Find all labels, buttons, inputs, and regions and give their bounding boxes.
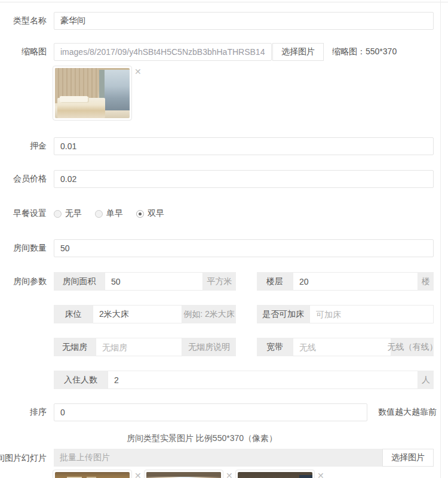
area-input[interactable] [105, 272, 203, 291]
radio-icon[interactable] [54, 210, 62, 218]
thumbnail-image [55, 68, 130, 118]
slideshow-remove-icon-1[interactable]: ✕ [132, 470, 142, 478]
broadband-input[interactable] [293, 338, 391, 356]
extra-bed-label: 是否可加床 [257, 305, 309, 323]
thumbnail-preview [53, 66, 132, 121]
sort-label: 排序 [0, 407, 47, 418]
slideshow-thumbs-row: ✕ ✕ ✕ [53, 470, 448, 478]
bed-input[interactable] [93, 305, 182, 323]
breakfast-option-label: 无早 [65, 208, 82, 219]
panel-top-divider [0, 2, 448, 2]
room-count-row: 房间数量 [0, 239, 448, 257]
slideshow-thumb-2 [144, 470, 223, 478]
thumbnail-size-note: 缩略图：550*370 [332, 47, 397, 57]
member-price-row: 会员价格 [0, 170, 448, 188]
occupancy-input[interactable] [108, 371, 418, 389]
floor-label: 楼层 [257, 272, 293, 291]
floor-unit: 楼 [418, 272, 434, 291]
type-name-input[interactable] [54, 12, 434, 30]
thumbnail-url-input[interactable] [54, 43, 272, 61]
slideshow-upload-placeholder: 批量上传图片 [54, 452, 382, 463]
slideshow-thumb-1 [53, 470, 132, 478]
breakfast-option-label: 单早 [106, 208, 123, 219]
room-params-label: 房间参数 [0, 276, 47, 287]
broadband-label: 宽带 [257, 338, 293, 356]
slideshow-upload-bar[interactable]: 批量上传图片 选择图片 [54, 449, 434, 467]
slideshow-upload-row: 房间图片幻灯片 批量上传图片 选择图片 [0, 449, 448, 467]
breakfast-row: 早餐设置 无早 单早 双早 [0, 205, 448, 223]
thumbnail-preview-row: ✕ [53, 66, 448, 121]
occupancy-label: 入住人数 [54, 371, 108, 389]
extra-bed-input[interactable] [309, 305, 434, 323]
sort-input[interactable] [54, 403, 367, 421]
radio-icon[interactable] [95, 210, 103, 218]
slideshow-remove-icon-3[interactable]: ✕ [315, 470, 324, 478]
sort-note: 数值越大越靠前 [378, 407, 437, 418]
broadband-hint: 无线（有线） [391, 338, 434, 356]
area-label: 房间面积 [54, 272, 105, 291]
deposit-row: 押金 [0, 137, 448, 155]
thumbnail-label: 缩略图 [0, 47, 47, 57]
slideshow-image-3 [238, 472, 312, 478]
occupancy-unit: 人 [418, 371, 434, 389]
no-smoking-label: 无烟房 [54, 338, 96, 356]
breakfast-option-none[interactable]: 无早 [54, 208, 82, 219]
slideshow-image-1 [55, 472, 130, 478]
deposit-input[interactable] [54, 137, 434, 155]
slideshow-label: 房间图片幻灯片 [0, 453, 47, 464]
room-params-row-2: 床位 例如: 2米大床 是否可加床 [0, 305, 448, 323]
no-smoking-hint: 无烟房说明 [182, 338, 236, 356]
room-params-row-4: 入住人数 人 [0, 371, 448, 389]
breakfast-option-label: 双早 [148, 208, 164, 219]
sort-row: 排序 数值越大越靠前 [0, 403, 448, 421]
breakfast-label: 早餐设置 [0, 208, 47, 219]
room-params-row-1: 房间参数 房间面积 平方米 楼层 楼 [0, 272, 448, 291]
room-count-input[interactable] [54, 239, 434, 257]
bed-label: 床位 [54, 305, 93, 323]
breakfast-option-double[interactable]: 双早 [136, 208, 164, 219]
breakfast-option-single[interactable]: 单早 [95, 208, 123, 219]
member-price-label: 会员价格 [0, 174, 47, 184]
deposit-label: 押金 [0, 141, 47, 152]
thumbnail-remove-icon[interactable]: ✕ [132, 66, 142, 76]
area-unit: 平方米 [203, 272, 236, 291]
thumbnail-choose-button[interactable]: 选择图片 [272, 43, 324, 61]
slideshow-choose-button[interactable]: 选择图片 [382, 449, 434, 467]
thumbnail-row: 缩略图 选择图片 缩略图：550*370 [0, 43, 448, 61]
type-name-row: 类型名称 [0, 12, 448, 30]
slideshow-heading-row: 房间类型实景图片 比例550*370（像素） [0, 433, 448, 444]
slideshow-image-2 [146, 472, 221, 478]
slideshow-remove-icon-2[interactable]: ✕ [223, 470, 233, 478]
radio-icon[interactable] [136, 210, 144, 218]
room-params-row-3: 无烟房 无烟房说明 宽带 无线（有线） [0, 338, 448, 356]
member-price-input[interactable] [54, 170, 434, 188]
bed-hint: 例如: 2米大床 [182, 305, 236, 323]
floor-input[interactable] [293, 272, 418, 291]
slideshow-thumb-3 [235, 470, 315, 478]
no-smoking-input[interactable] [96, 338, 182, 356]
type-name-label: 类型名称 [0, 16, 47, 26]
slideshow-heading: 房间类型实景图片 比例550*370（像素） [0, 433, 404, 444]
room-count-label: 房间数量 [0, 243, 47, 254]
